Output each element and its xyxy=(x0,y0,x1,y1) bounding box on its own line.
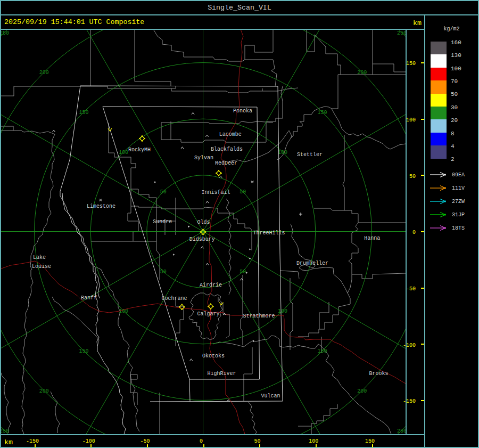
svg-text:150: 150 xyxy=(318,348,327,354)
svg-text:Banff: Banff xyxy=(81,295,97,301)
svg-text:Sylvan: Sylvan xyxy=(194,155,213,161)
svg-text:Okotoks: Okotoks xyxy=(202,353,225,359)
svg-text:RedDeer: RedDeer xyxy=(215,160,237,166)
svg-text:150: 150 xyxy=(79,110,88,116)
svg-text:50: 50 xyxy=(240,269,246,275)
svg-text:250: 250 xyxy=(397,428,406,434)
svg-text:Lacombe: Lacombe xyxy=(219,132,242,137)
svg-text:150: 150 xyxy=(79,348,88,354)
svg-text:Airdrie: Airdrie xyxy=(200,282,222,288)
svg-text:Hanna: Hanna xyxy=(364,235,380,241)
svg-text:Limestone: Limestone xyxy=(87,203,115,209)
svg-text:Sundre: Sundre xyxy=(153,219,172,225)
svg-text:100: 100 xyxy=(119,150,128,156)
svg-text:Olds: Olds xyxy=(197,219,210,225)
svg-text:Stettler: Stettler xyxy=(297,152,323,158)
svg-text:Ponoka: Ponoka xyxy=(233,108,252,114)
svg-text:Vulcan: Vulcan xyxy=(261,393,280,399)
svg-text:Brooks: Brooks xyxy=(369,371,388,377)
svg-text:200: 200 xyxy=(357,388,367,394)
svg-text:Lake: Lake xyxy=(33,255,46,260)
svg-text:Blackfalds: Blackfalds xyxy=(211,146,243,152)
svg-text:250: 250 xyxy=(0,428,9,434)
svg-text:Louise: Louise xyxy=(32,264,51,270)
svg-text:200: 200 xyxy=(39,388,49,394)
svg-text:250: 250 xyxy=(397,30,406,36)
svg-text:Calgary: Calgary xyxy=(197,311,219,317)
svg-text:HighRiver: HighRiver xyxy=(208,371,236,377)
svg-text:200: 200 xyxy=(39,70,49,76)
svg-text:Cochrane: Cochrane xyxy=(162,296,187,302)
svg-text:250: 250 xyxy=(0,30,9,36)
svg-text:100: 100 xyxy=(278,150,287,156)
svg-text:100: 100 xyxy=(278,308,287,314)
svg-text:Didsbury: Didsbury xyxy=(189,237,215,242)
svg-text:200: 200 xyxy=(357,70,367,76)
svg-text:50: 50 xyxy=(160,189,167,195)
svg-text:150: 150 xyxy=(318,110,327,116)
svg-text:50: 50 xyxy=(240,189,246,195)
svg-text:50: 50 xyxy=(160,269,167,275)
svg-text:RockyMH: RockyMH xyxy=(128,147,151,153)
svg-text:Innisfail: Innisfail xyxy=(202,190,230,196)
svg-text:ThreeHills: ThreeHills xyxy=(253,230,285,236)
svg-text:Drumheller: Drumheller xyxy=(296,260,328,266)
svg-text:Strathmore: Strathmore xyxy=(243,313,275,319)
svg-text:100: 100 xyxy=(119,308,128,314)
